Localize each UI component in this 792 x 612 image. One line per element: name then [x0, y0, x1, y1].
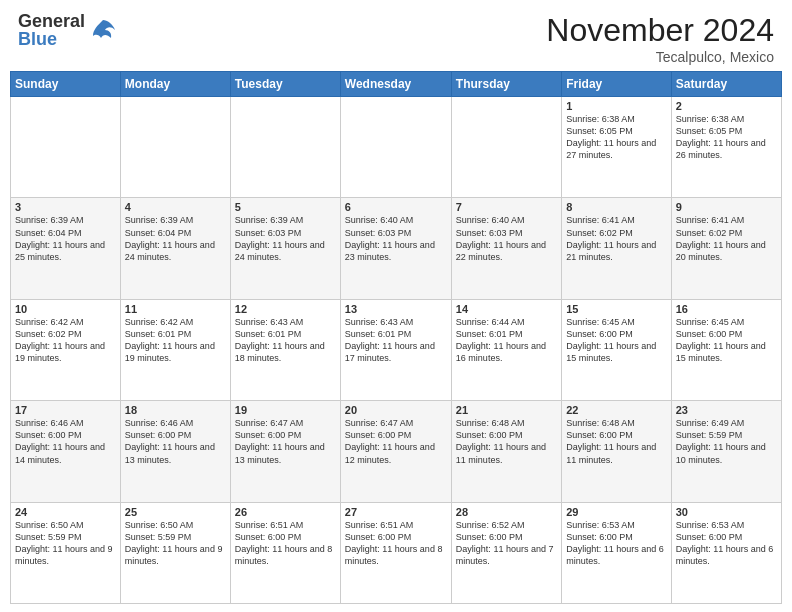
- day-cell: 12Sunrise: 6:43 AM Sunset: 6:01 PM Dayli…: [230, 299, 340, 400]
- weekday-header-tuesday: Tuesday: [230, 72, 340, 97]
- logo-general: General: [18, 12, 85, 30]
- day-number: 30: [676, 506, 777, 518]
- day-cell: 28Sunrise: 6:52 AM Sunset: 6:00 PM Dayli…: [451, 502, 561, 603]
- day-number: 4: [125, 201, 226, 213]
- weekday-header-saturday: Saturday: [671, 72, 781, 97]
- logo-bird-icon: [89, 16, 117, 44]
- day-info: Sunrise: 6:51 AM Sunset: 6:00 PM Dayligh…: [235, 519, 336, 568]
- day-info: Sunrise: 6:40 AM Sunset: 6:03 PM Dayligh…: [345, 214, 447, 263]
- day-info: Sunrise: 6:41 AM Sunset: 6:02 PM Dayligh…: [566, 214, 666, 263]
- day-info: Sunrise: 6:42 AM Sunset: 6:01 PM Dayligh…: [125, 316, 226, 365]
- day-cell: 8Sunrise: 6:41 AM Sunset: 6:02 PM Daylig…: [562, 198, 671, 299]
- day-cell: [230, 97, 340, 198]
- day-number: 13: [345, 303, 447, 315]
- day-info: Sunrise: 6:39 AM Sunset: 6:03 PM Dayligh…: [235, 214, 336, 263]
- calendar-header: SundayMondayTuesdayWednesdayThursdayFrid…: [11, 72, 782, 97]
- day-number: 16: [676, 303, 777, 315]
- day-number: 6: [345, 201, 447, 213]
- day-number: 8: [566, 201, 666, 213]
- day-info: Sunrise: 6:40 AM Sunset: 6:03 PM Dayligh…: [456, 214, 557, 263]
- day-cell: 16Sunrise: 6:45 AM Sunset: 6:00 PM Dayli…: [671, 299, 781, 400]
- day-number: 24: [15, 506, 116, 518]
- calendar: SundayMondayTuesdayWednesdayThursdayFrid…: [0, 71, 792, 612]
- weekday-header-monday: Monday: [120, 72, 230, 97]
- day-cell: 23Sunrise: 6:49 AM Sunset: 5:59 PM Dayli…: [671, 401, 781, 502]
- day-info: Sunrise: 6:50 AM Sunset: 5:59 PM Dayligh…: [15, 519, 116, 568]
- logo: General Blue: [18, 12, 117, 48]
- week-row-1: 1Sunrise: 6:38 AM Sunset: 6:05 PM Daylig…: [11, 97, 782, 198]
- day-number: 25: [125, 506, 226, 518]
- day-number: 23: [676, 404, 777, 416]
- day-cell: 4Sunrise: 6:39 AM Sunset: 6:04 PM Daylig…: [120, 198, 230, 299]
- day-info: Sunrise: 6:49 AM Sunset: 5:59 PM Dayligh…: [676, 417, 777, 466]
- day-number: 10: [15, 303, 116, 315]
- calendar-table: SundayMondayTuesdayWednesdayThursdayFrid…: [10, 71, 782, 604]
- day-info: Sunrise: 6:43 AM Sunset: 6:01 PM Dayligh…: [235, 316, 336, 365]
- day-info: Sunrise: 6:53 AM Sunset: 6:00 PM Dayligh…: [566, 519, 666, 568]
- day-cell: 25Sunrise: 6:50 AM Sunset: 5:59 PM Dayli…: [120, 502, 230, 603]
- day-number: 29: [566, 506, 666, 518]
- day-number: 27: [345, 506, 447, 518]
- day-number: 28: [456, 506, 557, 518]
- weekday-header-wednesday: Wednesday: [340, 72, 451, 97]
- day-number: 15: [566, 303, 666, 315]
- day-cell: 27Sunrise: 6:51 AM Sunset: 6:00 PM Dayli…: [340, 502, 451, 603]
- day-cell: 2Sunrise: 6:38 AM Sunset: 6:05 PM Daylig…: [671, 97, 781, 198]
- day-number: 1: [566, 100, 666, 112]
- day-number: 7: [456, 201, 557, 213]
- day-cell: 20Sunrise: 6:47 AM Sunset: 6:00 PM Dayli…: [340, 401, 451, 502]
- day-info: Sunrise: 6:48 AM Sunset: 6:00 PM Dayligh…: [456, 417, 557, 466]
- day-info: Sunrise: 6:42 AM Sunset: 6:02 PM Dayligh…: [15, 316, 116, 365]
- day-info: Sunrise: 6:46 AM Sunset: 6:00 PM Dayligh…: [125, 417, 226, 466]
- day-number: 21: [456, 404, 557, 416]
- day-number: 2: [676, 100, 777, 112]
- day-number: 14: [456, 303, 557, 315]
- day-info: Sunrise: 6:39 AM Sunset: 6:04 PM Dayligh…: [15, 214, 116, 263]
- day-number: 26: [235, 506, 336, 518]
- day-cell: 29Sunrise: 6:53 AM Sunset: 6:00 PM Dayli…: [562, 502, 671, 603]
- day-cell: 17Sunrise: 6:46 AM Sunset: 6:00 PM Dayli…: [11, 401, 121, 502]
- day-number: 17: [15, 404, 116, 416]
- day-cell: 5Sunrise: 6:39 AM Sunset: 6:03 PM Daylig…: [230, 198, 340, 299]
- day-number: 20: [345, 404, 447, 416]
- day-cell: 26Sunrise: 6:51 AM Sunset: 6:00 PM Dayli…: [230, 502, 340, 603]
- day-cell: 19Sunrise: 6:47 AM Sunset: 6:00 PM Dayli…: [230, 401, 340, 502]
- day-info: Sunrise: 6:38 AM Sunset: 6:05 PM Dayligh…: [676, 113, 777, 162]
- day-cell: 24Sunrise: 6:50 AM Sunset: 5:59 PM Dayli…: [11, 502, 121, 603]
- day-cell: [11, 97, 121, 198]
- month-title: November 2024: [546, 12, 774, 49]
- day-cell: 22Sunrise: 6:48 AM Sunset: 6:00 PM Dayli…: [562, 401, 671, 502]
- day-cell: 15Sunrise: 6:45 AM Sunset: 6:00 PM Dayli…: [562, 299, 671, 400]
- calendar-body: 1Sunrise: 6:38 AM Sunset: 6:05 PM Daylig…: [11, 97, 782, 604]
- header: General Blue November 2024 Tecalpulco, M…: [0, 0, 792, 71]
- location: Tecalpulco, Mexico: [546, 49, 774, 65]
- day-cell: 1Sunrise: 6:38 AM Sunset: 6:05 PM Daylig…: [562, 97, 671, 198]
- weekday-header-friday: Friday: [562, 72, 671, 97]
- day-cell: 18Sunrise: 6:46 AM Sunset: 6:00 PM Dayli…: [120, 401, 230, 502]
- day-number: 22: [566, 404, 666, 416]
- day-number: 9: [676, 201, 777, 213]
- day-number: 5: [235, 201, 336, 213]
- day-number: 19: [235, 404, 336, 416]
- day-number: 12: [235, 303, 336, 315]
- day-info: Sunrise: 6:45 AM Sunset: 6:00 PM Dayligh…: [566, 316, 666, 365]
- day-number: 11: [125, 303, 226, 315]
- day-info: Sunrise: 6:50 AM Sunset: 5:59 PM Dayligh…: [125, 519, 226, 568]
- day-info: Sunrise: 6:48 AM Sunset: 6:00 PM Dayligh…: [566, 417, 666, 466]
- day-cell: 9Sunrise: 6:41 AM Sunset: 6:02 PM Daylig…: [671, 198, 781, 299]
- week-row-2: 3Sunrise: 6:39 AM Sunset: 6:04 PM Daylig…: [11, 198, 782, 299]
- day-cell: 11Sunrise: 6:42 AM Sunset: 6:01 PM Dayli…: [120, 299, 230, 400]
- weekday-row: SundayMondayTuesdayWednesdayThursdayFrid…: [11, 72, 782, 97]
- day-cell: 13Sunrise: 6:43 AM Sunset: 6:01 PM Dayli…: [340, 299, 451, 400]
- day-cell: [120, 97, 230, 198]
- day-cell: [451, 97, 561, 198]
- day-info: Sunrise: 6:41 AM Sunset: 6:02 PM Dayligh…: [676, 214, 777, 263]
- day-number: 18: [125, 404, 226, 416]
- day-info: Sunrise: 6:44 AM Sunset: 6:01 PM Dayligh…: [456, 316, 557, 365]
- day-info: Sunrise: 6:39 AM Sunset: 6:04 PM Dayligh…: [125, 214, 226, 263]
- day-cell: [340, 97, 451, 198]
- week-row-5: 24Sunrise: 6:50 AM Sunset: 5:59 PM Dayli…: [11, 502, 782, 603]
- weekday-header-sunday: Sunday: [11, 72, 121, 97]
- day-cell: 10Sunrise: 6:42 AM Sunset: 6:02 PM Dayli…: [11, 299, 121, 400]
- day-info: Sunrise: 6:46 AM Sunset: 6:00 PM Dayligh…: [15, 417, 116, 466]
